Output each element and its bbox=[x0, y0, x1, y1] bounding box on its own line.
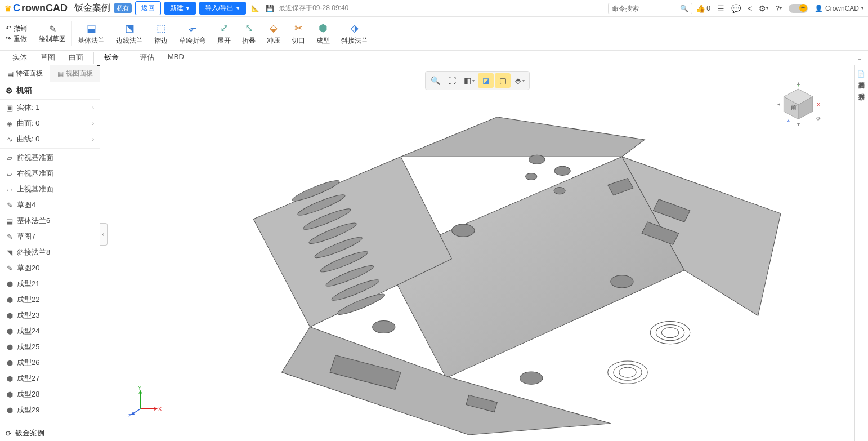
feature-icon: ⬔ bbox=[6, 248, 14, 257]
tool-icon: ⬙ bbox=[267, 22, 280, 34]
tab-view-panel[interactable]: ▦视图面板 bbox=[50, 65, 100, 82]
undo-button[interactable]: ↶撤销 bbox=[6, 24, 27, 33]
feature-icon: ✎ bbox=[6, 233, 14, 241]
svg-point-27 bbox=[661, 327, 678, 337]
tool-icon: ✂ bbox=[292, 22, 305, 34]
plane-label: 上视基准面 bbox=[17, 184, 53, 194]
logo-rest: rownCAD bbox=[21, 2, 68, 14]
svg-point-18 bbox=[529, 155, 545, 164]
search-input[interactable] bbox=[612, 5, 680, 12]
tree-feature[interactable]: ✎草图20 bbox=[0, 260, 100, 276]
tool-label: 冲压 bbox=[267, 36, 280, 46]
settings-icon[interactable]: ⚙▾ bbox=[759, 4, 768, 13]
ruler-icon[interactable]: 📐 bbox=[249, 3, 261, 14]
comment-icon[interactable]: 💬 bbox=[731, 4, 741, 13]
save-icon[interactable]: 💾 bbox=[264, 3, 275, 14]
doc-list-button[interactable]: 📄文档列表 bbox=[857, 70, 866, 77]
refresh-icon: ⟳ bbox=[6, 429, 12, 438]
list-icon[interactable]: ☰ bbox=[717, 4, 724, 13]
crown-icon: ♛ bbox=[5, 4, 12, 13]
feature-icon: ⬓ bbox=[6, 217, 14, 225]
new-button[interactable]: 新建▼ bbox=[164, 2, 196, 15]
tab-草图[interactable]: 草图 bbox=[34, 50, 62, 66]
tool-label: 折叠 bbox=[242, 36, 256, 46]
search-icon[interactable]: 🔍 bbox=[680, 5, 688, 12]
tree-stat[interactable]: ∿曲线: 0› bbox=[0, 131, 100, 147]
last-saved-label[interactable]: 最近保存于09-28 09:40 bbox=[279, 3, 348, 13]
svg-text:X: X bbox=[158, 406, 162, 412]
like-button[interactable]: 👍0 bbox=[696, 4, 710, 13]
tree-stat[interactable]: ◈曲面: 0› bbox=[0, 115, 100, 131]
tree-feature[interactable]: ⬢成型26 bbox=[0, 355, 100, 371]
help-icon[interactable]: ?▾ bbox=[775, 4, 782, 13]
tree-stat[interactable]: ▣实体: 1› bbox=[0, 100, 100, 115]
chevron-right-icon: › bbox=[92, 121, 94, 127]
tool-冲压[interactable]: ⬙冲压 bbox=[261, 20, 286, 48]
user-menu[interactable]: 👤CrownCAD▾ bbox=[815, 5, 863, 12]
tool-基体法兰[interactable]: ⬓基体法兰 bbox=[72, 20, 110, 48]
import-export-button[interactable]: 导入/导出▼ bbox=[199, 2, 246, 15]
seq-list-button[interactable]: ⏱程序列表 bbox=[857, 83, 866, 89]
feature-icon: ⬢ bbox=[6, 359, 14, 367]
theme-toggle[interactable] bbox=[789, 4, 808, 13]
tree-feature[interactable]: ⬓基体法兰6 bbox=[0, 213, 100, 229]
tree-feature[interactable]: ⬢成型21 bbox=[0, 276, 100, 292]
share-icon[interactable]: < bbox=[748, 4, 752, 13]
tree-feature[interactable]: ⬔斜接法兰8 bbox=[0, 244, 100, 260]
svg-point-30 bbox=[619, 367, 636, 377]
svg-text:▾: ▾ bbox=[797, 121, 800, 127]
tree-feature[interactable]: ⬢成型24 bbox=[0, 323, 100, 339]
tree-plane[interactable]: ▱右视基准面 bbox=[0, 166, 100, 181]
tool-成型[interactable]: ⬢成型 bbox=[311, 20, 335, 48]
tool-icon: ⬐ bbox=[186, 22, 199, 34]
tree-root[interactable]: ⚙机箱 bbox=[0, 82, 100, 100]
tab-MBD[interactable]: MBD bbox=[161, 50, 191, 66]
redo-button[interactable]: ↷重做 bbox=[6, 34, 27, 44]
tool-icon: ⬗ bbox=[348, 22, 361, 34]
tree-feature[interactable]: ⬢成型28 bbox=[0, 386, 100, 402]
tree-feature[interactable]: ⬢成型22 bbox=[0, 292, 100, 308]
tree-feature[interactable]: ⬢成型23 bbox=[0, 308, 100, 323]
svg-point-20 bbox=[526, 173, 537, 180]
feature-label: 草图20 bbox=[17, 263, 39, 273]
tool-label: 边线法兰 bbox=[116, 36, 143, 46]
svg-point-26 bbox=[656, 324, 684, 340]
tool-展开[interactable]: ⤢展开 bbox=[212, 20, 236, 48]
tool-褶边[interactable]: ⬚褶边 bbox=[149, 20, 173, 48]
collapse-ribbon-icon[interactable]: ⌄ bbox=[857, 54, 862, 62]
tool-草绘折弯[interactable]: ⬐草绘折弯 bbox=[173, 20, 212, 48]
tree-feature[interactable]: ✎草图7 bbox=[0, 229, 100, 244]
tree-plane[interactable]: ▱上视基准面 bbox=[0, 181, 100, 197]
sketch-button[interactable]: ✎ 绘制草图 bbox=[33, 21, 72, 46]
tool-icon: ⬓ bbox=[85, 22, 97, 34]
viewport-canvas[interactable]: ‹ 🔍 ⛶ ◧▾ ◪ ▢ ⬘▾ bbox=[100, 65, 854, 441]
svg-point-16 bbox=[611, 275, 633, 288]
tool-斜接法兰[interactable]: ⬗斜接法兰 bbox=[335, 20, 374, 48]
tree-feature[interactable]: ⬢成型29 bbox=[0, 402, 100, 418]
svg-point-19 bbox=[554, 166, 570, 175]
tab-feature-panel[interactable]: ▤特征面板 bbox=[0, 65, 50, 82]
feature-label: 成型23 bbox=[17, 310, 39, 320]
navigation-cube[interactable]: 前 Y X Z ▴ ▾ ◂ ⟳ bbox=[776, 82, 821, 127]
stat-label: 曲线: 0 bbox=[17, 134, 39, 144]
module-tabs: 实体草图曲面钣金评估MBD ⌄ bbox=[0, 51, 868, 65]
logo[interactable]: ♛ CrownCAD bbox=[5, 2, 68, 14]
tree-feature[interactable]: ⬢成型25 bbox=[0, 339, 100, 355]
feature-label: 成型28 bbox=[17, 389, 39, 399]
tool-切口[interactable]: ✂切口 bbox=[286, 20, 311, 48]
command-search[interactable]: 🔍 bbox=[608, 3, 692, 14]
tab-实体[interactable]: 实体 bbox=[6, 50, 34, 66]
tab-曲面[interactable]: 曲面 bbox=[62, 50, 90, 66]
tree-footer[interactable]: ⟳钣金案例 bbox=[0, 425, 100, 441]
back-button[interactable]: 返回 bbox=[135, 1, 161, 15]
tool-折叠[interactable]: ⤡折叠 bbox=[236, 20, 261, 48]
stat-icon: ▣ bbox=[6, 104, 14, 112]
tab-评估[interactable]: 评估 bbox=[133, 50, 161, 66]
model-render bbox=[100, 65, 854, 441]
tree-plane[interactable]: ▱前视基准面 bbox=[0, 150, 100, 166]
feature-label: 成型25 bbox=[17, 342, 39, 352]
tree-feature[interactable]: ⬢成型27 bbox=[0, 371, 100, 386]
tool-边线法兰[interactable]: ⬔边线法兰 bbox=[110, 20, 149, 48]
tab-钣金[interactable]: 钣金 bbox=[97, 50, 126, 66]
tree-feature[interactable]: ✎草图4 bbox=[0, 197, 100, 213]
